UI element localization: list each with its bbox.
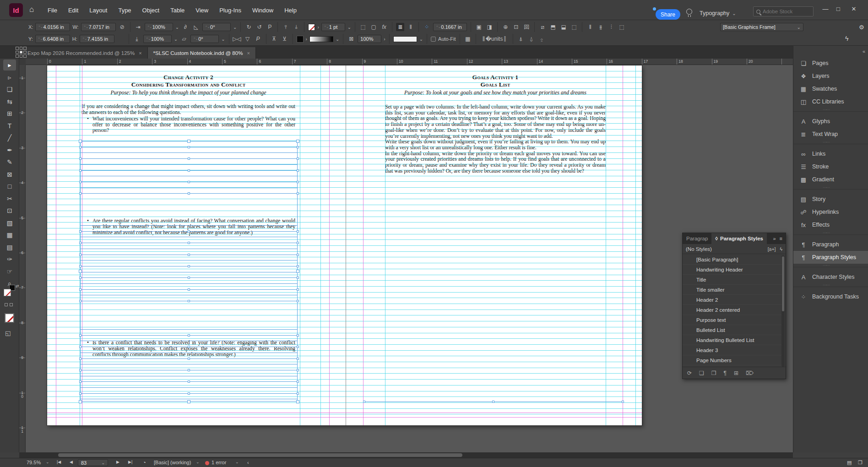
tool-page-tool[interactable]: ❏ <box>3 84 16 95</box>
frame-handle[interactable] <box>79 358 81 360</box>
error-chevron-icon[interactable]: ⌄ <box>235 460 239 464</box>
flyout-arrow-icon[interactable]: › <box>306 37 307 42</box>
select-container-icon[interactable]: P <box>266 23 274 31</box>
chevron-down-icon[interactable]: ⌄ <box>419 37 423 42</box>
home-icon[interactable]: ⌂ <box>29 5 34 14</box>
column-icon-3[interactable]: ⫿ <box>501 35 509 43</box>
style-item[interactable]: [Basic Paragraph] <box>683 255 782 265</box>
minimize-button[interactable]: — <box>820 5 830 12</box>
screen-mode-icon[interactable]: ◱ <box>5 330 11 337</box>
tool-rectangle-frame-tool[interactable]: ⊠ <box>3 169 16 180</box>
stock-search-input[interactable] <box>763 9 804 14</box>
style-item[interactable]: Bulleted List <box>683 325 782 335</box>
adobe-stock-search[interactable] <box>753 6 814 16</box>
frame-handle[interactable] <box>188 334 190 337</box>
dock-item-paragraph[interactable]: ¶ Paragraph <box>793 238 868 251</box>
frame-handle[interactable] <box>297 254 299 256</box>
dock-item-gradient[interactable]: ▩ Gradient <box>793 173 868 186</box>
object-style-dropdown[interactable]: [Basic Graphics Frame]⌄ <box>720 23 803 32</box>
dock-item-story[interactable]: ▤ Story <box>793 193 868 206</box>
tool-gap-tool[interactable]: ⇆ <box>3 96 16 107</box>
style-item[interactable]: Header 2 <box>683 295 782 305</box>
quick-apply-icon[interactable]: ϟ <box>780 246 782 252</box>
dock-item-background-tasks[interactable]: ⁘ Background Tasks <box>793 290 868 303</box>
select-previous-icon[interactable]: ⫰ <box>292 23 300 31</box>
frame-handle[interactable] <box>296 140 299 143</box>
frame-handle[interactable] <box>79 380 81 383</box>
frame-handle[interactable] <box>188 146 190 148</box>
frame-handle[interactable] <box>297 146 299 148</box>
horizontal-ruler[interactable]: 01234567891011121314151617181920 <box>19 59 793 65</box>
frame-handle[interactable] <box>188 242 190 244</box>
fit-content-prop-icon[interactable]: ⊡ <box>512 23 520 31</box>
selected-frame-border[interactable] <box>80 141 298 402</box>
chevron-down-icon[interactable]: ⌄ <box>175 25 179 30</box>
frame-handle[interactable] <box>79 288 81 291</box>
tool-note-tool[interactable]: ▤ <box>3 242 16 253</box>
frame-handle[interactable] <box>297 380 299 383</box>
select-content-icon[interactable]: ⫯ <box>282 23 290 31</box>
frame-handle[interactable] <box>297 242 299 244</box>
chevron-down-icon[interactable]: ⌄ <box>233 25 237 30</box>
style-item[interactable]: Purpose text <box>683 315 782 325</box>
align-stack-icon[interactable]: ≣ <box>396 23 404 31</box>
menu-item[interactable]: Type <box>113 7 136 14</box>
panel-footer-icon-delete-style[interactable]: ⌦ <box>746 370 754 376</box>
distribute-center-icon[interactable]: ⫵ <box>597 23 605 31</box>
frame-handle[interactable] <box>79 369 81 371</box>
frame-handle[interactable] <box>188 392 190 395</box>
opacity-field[interactable]: 100% <box>358 35 381 43</box>
maximize-button[interactable]: □ <box>833 5 843 12</box>
corner-shape-icon[interactable]: ▢ <box>369 23 378 31</box>
first-page-button[interactable]: |◀ <box>57 460 61 464</box>
dock-item-stroke[interactable]: ☰ Stroke <box>793 160 868 173</box>
tool-direct-selection-tool[interactable]: ▹ <box>3 72 16 83</box>
frame-handle[interactable] <box>79 334 81 337</box>
frame-handle[interactable] <box>297 157 299 160</box>
stroke-weight-field[interactable]: ⌃⌄1 pt <box>321 23 345 31</box>
gutter-icon-1[interactable]: ⍋ <box>517 35 525 43</box>
text-frame-options-icon[interactable]: ⦀ <box>407 23 415 31</box>
effects-icon[interactable]: fx <box>380 23 388 31</box>
column-guide[interactable] <box>606 65 606 425</box>
frame-handle[interactable] <box>188 181 190 183</box>
frame-handle[interactable] <box>79 181 81 183</box>
frame-handle[interactable] <box>79 242 81 244</box>
panel-footer-icon-new-style-group[interactable]: ❐ <box>711 370 716 376</box>
style-item[interactable]: Page Numbers <box>683 355 782 365</box>
flyout-arrow-icon[interactable]: › <box>317 25 319 30</box>
x-field[interactable]: ⌃⌄4.0156 in <box>35 23 70 31</box>
discover-bulb-icon[interactable] <box>686 9 692 15</box>
dock-item-pages[interactable]: ❏ Pages <box>793 57 868 70</box>
frame-handle[interactable] <box>79 140 82 143</box>
tool-eyedropper-tool[interactable]: ✑ <box>3 254 16 265</box>
workspace-switcher[interactable]: Typography⌄ <box>700 10 736 16</box>
y-field[interactable]: ⌃⌄6.6408 in <box>35 35 70 43</box>
scale-y-field[interactable]: ⌃⌄100% <box>143 35 172 43</box>
frame-handle[interactable] <box>188 369 190 371</box>
flip-horizontal-icon[interactable]: ⇥ <box>134 23 142 31</box>
center-content-icon[interactable]: 回 <box>522 23 531 31</box>
stroke-color-swatch[interactable] <box>308 24 315 31</box>
document-tab-slsc-custom-notebook-indd-80[interactable]: *SLSC Custom Notebook.indd @ 80% × <box>148 47 256 59</box>
corner-options-icon[interactable]: ⬚ <box>359 23 367 31</box>
frame-handle[interactable] <box>297 181 299 183</box>
frame-handle[interactable] <box>79 400 82 403</box>
panel-scrollbar[interactable] <box>781 255 785 367</box>
dock-item-paragraph-styles[interactable]: ¶ Paragraph Styles <box>793 251 868 264</box>
frame-handle[interactable] <box>188 380 190 383</box>
margin-guide[interactable] <box>56 65 56 425</box>
tool-line-tool[interactable]: ╱ <box>3 132 16 143</box>
column-icon-2[interactable]: �units <box>490 35 499 43</box>
share-button[interactable]: Share <box>656 9 680 20</box>
document-tab-expo-map-2026-recommended-indd-125[interactable]: Expo Map 2026 Recommended.indd @ 125% × <box>22 47 148 59</box>
menu-item[interactable]: File <box>42 7 63 14</box>
frame-handle[interactable] <box>188 230 190 233</box>
margin-guide[interactable] <box>363 65 363 425</box>
frame-handle[interactable] <box>188 192 190 195</box>
rotation-field[interactable]: ⌃⌄0° <box>202 23 231 31</box>
frame-handle[interactable] <box>79 169 81 172</box>
frame-handle[interactable] <box>79 192 81 195</box>
frame-handle[interactable] <box>79 277 81 279</box>
tool-pencil-tool[interactable]: ✎ <box>3 157 16 168</box>
